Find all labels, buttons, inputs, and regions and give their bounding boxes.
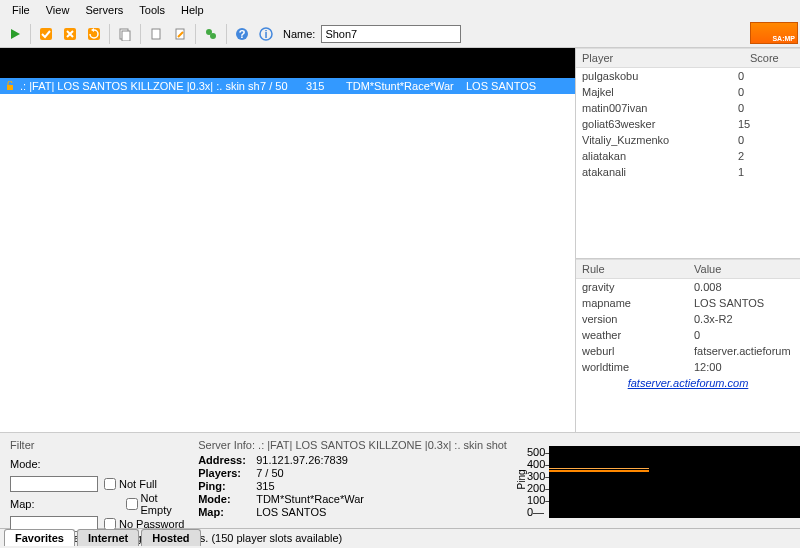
svg-rect-6 xyxy=(122,31,130,41)
player-row[interactable]: pulgaskobu0 xyxy=(576,68,800,84)
separator xyxy=(30,24,31,44)
menu-tools[interactable]: Tools xyxy=(131,2,173,18)
menu-help[interactable]: Help xyxy=(173,2,212,18)
document-button[interactable] xyxy=(145,23,167,45)
player-row[interactable]: atakanali1 xyxy=(576,164,800,180)
menu-servers[interactable]: Servers xyxy=(77,2,131,18)
main-area: .: |FAT| LOS SANTOS KILLZONE |0.3x| :. s… xyxy=(0,48,800,432)
player-score: 2 xyxy=(738,150,794,162)
info-mode-label: Mode: xyxy=(198,493,256,505)
info-title: Server Info: .: |FAT| LOS SANTOS KILLZON… xyxy=(198,439,507,451)
filter-mode-label: Mode: xyxy=(10,458,46,470)
ping-tick: 200— xyxy=(527,482,556,494)
score-col-header[interactable]: Score xyxy=(744,49,800,67)
rule-name: mapname xyxy=(582,297,694,309)
name-input[interactable] xyxy=(321,25,461,43)
tab-internet[interactable]: Internet xyxy=(77,529,139,546)
svg-marker-0 xyxy=(11,29,20,39)
rule-row[interactable]: gravity0.008 xyxy=(576,279,800,295)
info-address-value: 91.121.97.26:7839 xyxy=(256,454,348,466)
rule-table: Rule Value gravity0.008mapnameLOS SANTOS… xyxy=(576,258,800,391)
ping-tick: 300— xyxy=(527,470,556,482)
player-row[interactable]: Majkel0 xyxy=(576,84,800,100)
rule-value: LOS SANTOS xyxy=(694,297,794,309)
info-mode-value: TDM*Stunt*Race*War xyxy=(256,493,364,505)
connect-button[interactable] xyxy=(200,23,222,45)
rule-name: version xyxy=(582,313,694,325)
player-row[interactable]: goliat63wesker15 xyxy=(576,116,800,132)
player-col-header[interactable]: Player xyxy=(576,49,744,67)
weburl-link[interactable]: fatserver.actieforum.com xyxy=(576,375,800,391)
bottom-panel: Filter Mode: Not Full Map: Not Empty No … xyxy=(0,432,800,528)
player-score: 0 xyxy=(738,70,794,82)
player-row[interactable]: matin007ivan0 xyxy=(576,100,800,116)
info-address-label: Address: xyxy=(198,454,256,466)
rule-row[interactable]: worldtime12:00 xyxy=(576,359,800,375)
check-button[interactable] xyxy=(35,23,57,45)
rule-row[interactable]: weburlfatserver.actieforum xyxy=(576,343,800,359)
separator xyxy=(109,24,110,44)
not-full-checkbox[interactable] xyxy=(104,478,116,490)
player-name: Majkel xyxy=(582,86,738,98)
play-button[interactable] xyxy=(4,23,26,45)
rule-table-header[interactable]: Rule Value xyxy=(576,259,800,279)
filter-mode-input[interactable] xyxy=(10,476,98,492)
delete-button[interactable] xyxy=(59,23,81,45)
separator xyxy=(226,24,227,44)
rule-row[interactable]: weather0 xyxy=(576,327,800,343)
side-panel: Player Score pulgaskobu0Majkel0matin007i… xyxy=(576,48,800,432)
not-empty-label: Not Empty xyxy=(141,492,187,516)
server-info-box: Server Info: .: |FAT| LOS SANTOS KILLZON… xyxy=(194,433,511,528)
tab-hosted[interactable]: Hosted xyxy=(141,529,200,546)
server-players-cell: 7 / 50 xyxy=(260,80,306,92)
ping-line-icon xyxy=(549,468,649,469)
filter-box: Filter Mode: Not Full Map: Not Empty No … xyxy=(0,433,194,528)
not-empty-checkbox[interactable] xyxy=(126,498,138,510)
server-row[interactable]: .: |FAT| LOS SANTOS KILLZONE |0.3x| :. s… xyxy=(0,78,575,94)
server-list-header xyxy=(0,48,575,78)
player-row[interactable]: Vitaliy_Kuzmenko0 xyxy=(576,132,800,148)
refresh-button[interactable] xyxy=(83,23,105,45)
edit-button[interactable] xyxy=(169,23,191,45)
rule-row[interactable]: version0.3x-R2 xyxy=(576,311,800,327)
svg-rect-1 xyxy=(40,28,52,40)
player-name: matin007ivan xyxy=(582,102,738,114)
info-map-label: Map: xyxy=(198,506,256,518)
player-score: 0 xyxy=(738,102,794,114)
tab-favorites[interactable]: Favorites xyxy=(4,529,75,546)
not-full-label: Not Full xyxy=(119,478,157,490)
info-ping-value: 315 xyxy=(256,480,274,492)
toolbar: ? i Name: SA:MP xyxy=(0,20,800,48)
server-mode-cell: TDM*Stunt*Race*War xyxy=(346,80,466,92)
menu-file[interactable]: File xyxy=(4,2,38,18)
rule-name: worldtime xyxy=(582,361,694,373)
rule-value: 0.3x-R2 xyxy=(694,313,794,325)
rule-col-header[interactable]: Rule xyxy=(576,260,688,278)
ping-axis: 500—400—300—200—100—0— xyxy=(527,446,556,518)
player-table-header[interactable]: Player Score xyxy=(576,48,800,68)
menu-view[interactable]: View xyxy=(38,2,78,18)
value-col-header[interactable]: Value xyxy=(688,260,800,278)
svg-text:?: ? xyxy=(239,28,246,40)
player-row[interactable]: aliatakan2 xyxy=(576,148,800,164)
rule-value: 0.008 xyxy=(694,281,794,293)
about-button[interactable]: i xyxy=(255,23,277,45)
server-list[interactable]: .: |FAT| LOS SANTOS KILLZONE |0.3x| :. s… xyxy=(0,48,576,432)
svg-text:i: i xyxy=(264,28,267,40)
help-button[interactable]: ? xyxy=(231,23,253,45)
player-score: 0 xyxy=(738,134,794,146)
info-map-value: LOS SANTOS xyxy=(256,506,326,518)
filter-title: Filter xyxy=(10,439,186,451)
rule-row[interactable]: mapnameLOS SANTOS xyxy=(576,295,800,311)
ping-tick: 0— xyxy=(527,506,556,518)
separator xyxy=(195,24,196,44)
player-name: goliat63wesker xyxy=(582,118,738,130)
server-ping-cell: 315 xyxy=(306,80,346,92)
server-name-cell: .: |FAT| LOS SANTOS KILLZONE |0.3x| :. s… xyxy=(20,80,260,92)
ping-tick: 400— xyxy=(527,458,556,470)
rule-name: gravity xyxy=(582,281,694,293)
player-table: Player Score pulgaskobu0Majkel0matin007i… xyxy=(576,48,800,258)
player-name: aliatakan xyxy=(582,150,738,162)
info-ping-label: Ping: xyxy=(198,480,256,492)
copy-button[interactable] xyxy=(114,23,136,45)
